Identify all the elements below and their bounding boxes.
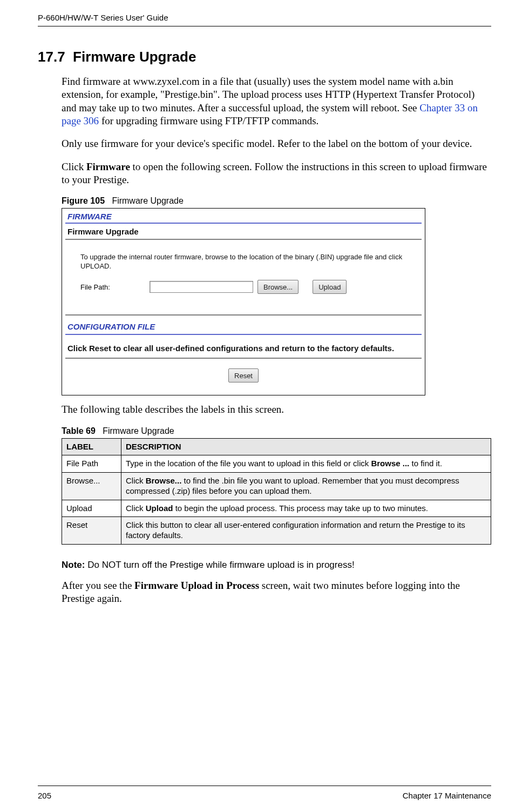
footer-page-number: 205: [38, 791, 51, 800]
note: Note: Do NOT turn off the Prestige while…: [62, 560, 491, 571]
cell-desc-a: Click: [126, 476, 146, 485]
header-guide-title: P-660H/HW/W-T Series User' Guide: [38, 13, 168, 22]
cell-desc: Type in the location of the file you wan…: [121, 455, 491, 473]
table-label: Table 69: [62, 426, 96, 435]
table-row: Reset Click this button to clear all use…: [62, 517, 491, 545]
cell-desc: Click Upload to begin the upload process…: [121, 500, 491, 517]
divider: [65, 239, 422, 240]
paragraph-2: Only use firmware for your device's spec…: [62, 137, 491, 150]
reset-button[interactable]: Reset: [228, 368, 259, 382]
after-table-a: After you see the: [62, 580, 134, 591]
panel-instruction: To upgrade the internal router firmware,…: [80, 253, 417, 271]
cell-desc-bold: Upload: [146, 504, 173, 513]
cell-desc-a: Click: [126, 504, 146, 513]
paragraph-1b: for upgrading firmware using FTP/TFTP co…: [99, 115, 318, 126]
cell-desc: Click Browse... to find the .bin file yo…: [121, 473, 491, 500]
cell-label: Reset: [62, 517, 121, 545]
after-table-bold: Firmware Upload in Process: [134, 580, 259, 591]
cell-desc-b: to find it.: [409, 459, 442, 468]
paragraph-after-table: After you see the Firmware Upload in Pro…: [62, 579, 491, 606]
paragraph-3: Click Firmware to open the following scr…: [62, 160, 491, 187]
table-caption-text: Firmware Upgrade: [103, 426, 174, 435]
cell-desc-bold: Browse...: [146, 476, 182, 485]
table-69: LABEL DESCRIPTION File Path Type in the …: [62, 438, 491, 545]
panel-reset-message: Click Reset to clear all user-defined co…: [67, 344, 419, 353]
table-caption: Table 69 Firmware Upgrade: [62, 426, 491, 436]
section-title: Firmware Upgrade: [73, 49, 196, 65]
paragraph-1a: Find firmware at www.zyxel.com in a file…: [62, 76, 474, 113]
divider: [65, 334, 422, 335]
table-row: Upload Click Upload to begin the upload …: [62, 500, 491, 517]
cell-desc-a: Click this button to clear all user-ente…: [126, 520, 465, 540]
cell-desc-a: Type in the location of the file you wan…: [126, 459, 371, 468]
figure-label: Figure 105: [62, 196, 105, 205]
cell-label: File Path: [62, 455, 121, 473]
divider: [65, 223, 422, 224]
upload-button[interactable]: Upload: [313, 280, 347, 294]
figure-105-panel: FIRMWARE Firmware Upgrade To upgrade the…: [62, 208, 425, 395]
cell-label: Upload: [62, 500, 121, 517]
note-prefix: Note:: [62, 560, 87, 570]
cell-desc-bold: Browse ...: [371, 459, 409, 468]
table-row: Browse... Click Browse... to find the .b…: [62, 473, 491, 500]
paragraph-after-figure: The following table describes the labels…: [62, 403, 491, 416]
note-text: Do NOT turn off the Prestige while firmw…: [87, 560, 354, 570]
paragraph-1: Find firmware at www.zyxel.com in a file…: [62, 75, 491, 127]
table-header-label: LABEL: [62, 438, 121, 455]
panel-subtitle: Firmware Upgrade: [67, 227, 139, 236]
figure-caption-text: Firmware Upgrade: [112, 196, 183, 205]
footer-rule: [38, 786, 491, 786]
divider: [65, 358, 422, 359]
section-number: 17.7: [38, 49, 65, 65]
cell-desc-b: to begin the upload process. This proces…: [173, 504, 428, 513]
header-rule: [38, 26, 491, 26]
cell-desc: Click this button to clear all user-ente…: [121, 517, 491, 545]
divider: [65, 314, 422, 316]
cell-label: Browse...: [62, 473, 121, 500]
footer-chapter: Chapter 17 Maintenance: [403, 791, 491, 800]
paragraph-3a: Click: [62, 161, 86, 172]
figure-caption: Figure 105 Firmware Upgrade: [62, 196, 491, 206]
panel-section-config: CONFIGURATION FILE: [67, 322, 155, 331]
table-header-description: DESCRIPTION: [121, 438, 491, 455]
file-path-input[interactable]: [150, 281, 253, 293]
paragraph-3-bold: Firmware: [86, 161, 130, 172]
file-path-label: File Path:: [80, 283, 145, 291]
browse-button[interactable]: Browse...: [257, 280, 299, 294]
section-heading: 17.7 Firmware Upgrade: [38, 49, 491, 65]
panel-section-firmware: FIRMWARE: [67, 212, 112, 221]
table-row: File Path Type in the location of the fi…: [62, 455, 491, 473]
